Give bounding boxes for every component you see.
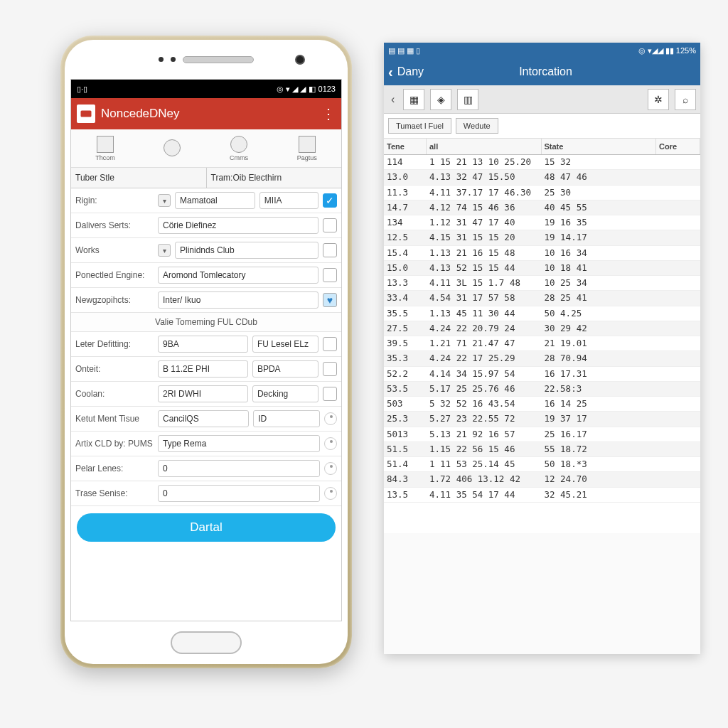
table-cell: 13.5 xyxy=(384,488,427,502)
subtab-left[interactable]: Tuber Stle xyxy=(71,168,207,188)
field-value[interactable]: Aromond Tomlecatory xyxy=(158,267,318,284)
table-row[interactable]: 25.35.27 23 22.55 7219 37 17 xyxy=(384,412,700,427)
table-cell: 21 19.01 xyxy=(542,336,657,350)
tab-thcom[interactable]: Thcom xyxy=(95,136,115,161)
back-label[interactable]: Dany xyxy=(397,65,424,78)
table-cell: 5013 xyxy=(384,427,427,441)
table-row[interactable]: 13.34.11 3L 15 1.7 4810 25 34 xyxy=(384,276,700,291)
stepper-icon[interactable] xyxy=(324,412,337,425)
field-value[interactable]: 0 xyxy=(158,485,320,502)
stepper-icon[interactable] xyxy=(324,487,337,500)
table-row[interactable]: 33.44.54 31 17 57 5828 25 41 xyxy=(384,291,700,306)
table-row[interactable]: 13.54.11 35 54 17 4432 45.21 xyxy=(384,488,700,503)
table-row[interactable]: 15.41.13 21 16 15 4810 16 34 xyxy=(384,246,700,261)
tab-pagtus[interactable]: Pagtus xyxy=(297,136,317,161)
subtab-right[interactable]: Tram:Oib Electhirn xyxy=(207,168,342,188)
table-cell xyxy=(656,186,700,200)
table-row[interactable]: 51.41 11 53 25.14 4550 18.*3 xyxy=(384,457,700,472)
field-value[interactable]: 2RI DWHI xyxy=(158,385,248,402)
shield-icon[interactable]: ◈ xyxy=(430,89,451,110)
field-value[interactable]: Cörie Diefinez xyxy=(158,217,318,234)
tab-fingerprint[interactable] xyxy=(164,139,181,158)
checkbox[interactable] xyxy=(323,362,337,376)
form-row: Newgzopihcts:Inter/ Ikuo♥ xyxy=(71,288,341,313)
table-cell: 1 11 53 25.14 45 xyxy=(427,457,542,471)
col-core[interactable]: Core xyxy=(656,139,700,154)
field-value[interactable]: B 11.2E PHI xyxy=(158,360,248,378)
table-row[interactable]: 84.31.72 406 13.12 4212 24.70 xyxy=(384,472,700,487)
field-value-2[interactable]: BPDA xyxy=(252,360,318,378)
field-label: Onteit: xyxy=(75,364,154,374)
columns-icon[interactable]: ▥ xyxy=(457,89,478,110)
checkbox[interactable] xyxy=(323,337,337,351)
field-value-2[interactable]: Decking xyxy=(252,385,318,402)
table-row[interactable]: 39.51.21 71 21.47 4721 19.01 xyxy=(384,336,700,351)
field-label: Newgzopihcts: xyxy=(75,295,154,305)
field-value[interactable]: CancilQS xyxy=(158,410,249,427)
col-all[interactable]: all xyxy=(427,139,542,154)
table-cell: 1.21 71 21.47 47 xyxy=(427,336,542,350)
table-cell: 4.11 37.17 17 46.30 xyxy=(427,186,542,200)
table-row[interactable]: 14.74.12 74 15 46 3640 45 55 xyxy=(384,200,700,215)
archive-icon[interactable]: ▦ xyxy=(403,89,424,110)
panel-subtab-2[interactable]: Wedute xyxy=(456,118,498,134)
panel-toolbar: ‹ ▦ ◈ ▥ ✲ ⌕ xyxy=(384,85,700,114)
panel-statusbar: ▤ ▤ ▦ ▯ ◎ ▾◢◢ ▮▮ 125% xyxy=(384,43,700,58)
dropdown-icon[interactable]: ▾ xyxy=(158,194,171,207)
tab-clock[interactable]: Cmms xyxy=(230,136,248,161)
stepper-icon[interactable] xyxy=(324,437,337,450)
field-value[interactable]: Type Rema xyxy=(158,435,320,452)
tab-label: Cmms xyxy=(230,154,248,161)
field-label: Works xyxy=(75,245,154,255)
table-row[interactable]: 27.54.24 22 20.79 2430 29 42 xyxy=(384,321,700,336)
table-row[interactable]: 11.34.11 37.17 17 46.3025 30 xyxy=(384,186,700,200)
table-row[interactable]: 15.04.13 52 15 15 4410 18 41 xyxy=(384,261,700,276)
prev-arrow-icon[interactable]: ‹ xyxy=(388,93,397,106)
checkbox[interactable] xyxy=(323,268,337,282)
overflow-menu-icon[interactable]: ⋮ xyxy=(321,105,336,122)
table-header: Tene all State Core xyxy=(384,139,700,155)
field-label: Artix CLD by: PUMS xyxy=(75,439,154,449)
back-chevron-icon[interactable]: ‹ xyxy=(388,64,393,80)
stepper-icon[interactable] xyxy=(324,462,337,475)
checkbox[interactable]: ✓ xyxy=(323,193,337,208)
table-row[interactable]: 35.34.24 22 17 25.2928 70.94 xyxy=(384,351,700,366)
table-row[interactable]: 1141 15 21 13 10 25.2015 32 xyxy=(384,155,700,170)
field-value[interactable]: Plinidnds Club xyxy=(175,242,318,259)
field-value[interactable]: Mamatoal xyxy=(175,192,255,209)
table-row[interactable]: 12.54.15 31 15 15 2019 14.17 xyxy=(384,230,700,245)
col-tene[interactable]: Tene xyxy=(384,139,427,154)
gear-icon[interactable]: ✲ xyxy=(648,89,669,110)
col-state[interactable]: State xyxy=(542,139,657,154)
table-row[interactable]: 1341.12 31 47 17 4019 16 35 xyxy=(384,215,700,230)
table-row[interactable]: 35.51.13 45 11 30 4450 4.25 xyxy=(384,306,700,321)
submit-button[interactable]: Dartal xyxy=(77,513,336,542)
dropdown-icon[interactable]: ▾ xyxy=(158,244,171,257)
field-value[interactable]: 9BA xyxy=(158,336,248,353)
table-body[interactable]: 1141 15 21 13 10 25.2015 3213.04.13 32 4… xyxy=(384,155,700,533)
table-cell: 15 32 xyxy=(542,155,657,169)
search-icon[interactable]: ⌕ xyxy=(675,89,696,110)
home-button[interactable] xyxy=(171,631,242,654)
table-cell: 5 32 52 16 43.54 xyxy=(427,397,542,411)
field-value-2[interactable]: МІІА xyxy=(259,192,318,209)
tab-label: Thcom xyxy=(95,154,115,161)
table-cell: 28 70.94 xyxy=(542,351,657,365)
table-row[interactable]: 53.55.17 25 25.76 4622.58:3 xyxy=(384,382,700,397)
checkbox[interactable] xyxy=(323,243,337,257)
field-value[interactable]: Inter/ Ikuo xyxy=(158,291,318,309)
table-row[interactable]: 50135.13 21 92 16 5725 16.17 xyxy=(384,427,700,442)
table-row[interactable]: 51.51.15 22 56 15 4655 18.72 xyxy=(384,442,700,457)
table-row[interactable]: 13.04.13 32 47 15.5048 47 46 xyxy=(384,170,700,185)
table-row[interactable]: 52.24.14 34 15.97 5416 17.31 xyxy=(384,367,700,382)
field-value-2[interactable]: ID xyxy=(253,410,320,427)
favorite-toggle[interactable]: ♥ xyxy=(323,293,337,307)
checkbox[interactable] xyxy=(323,387,337,401)
monitor-icon xyxy=(97,136,114,153)
field-value-2[interactable]: FU Lesel ELz xyxy=(252,336,318,353)
panel-subtab-1[interactable]: Tumaet l Fuel xyxy=(388,118,451,134)
table-cell xyxy=(656,351,700,365)
field-value[interactable]: 0 xyxy=(158,460,320,477)
checkbox[interactable] xyxy=(323,218,337,232)
table-row[interactable]: 5035 32 52 16 43.5416 14 25 xyxy=(384,397,700,412)
